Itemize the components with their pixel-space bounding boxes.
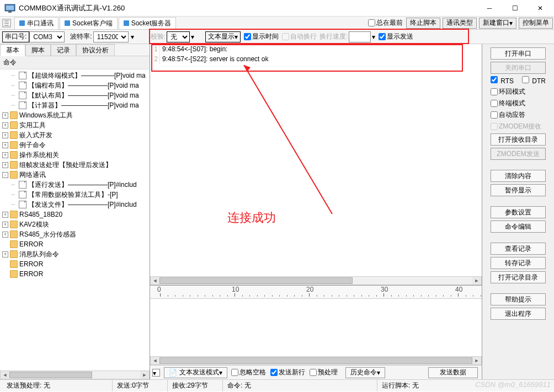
close-button[interactable]: ✕ xyxy=(528,0,553,16)
folder-icon xyxy=(10,131,18,139)
tree-item[interactable]: -网络通讯 xyxy=(1,170,148,180)
file-icon xyxy=(19,101,26,109)
left-tab-script[interactable]: 脚本 xyxy=(25,44,51,56)
left-tab-proto[interactable]: 协议分析 xyxy=(76,44,115,56)
config-row: 串口号: COM3 波特率: 115200 ▾ 校验: 无 ▾ 文本显示 ▾ 显… xyxy=(0,30,554,44)
close-port-button: 关闭串口 xyxy=(491,62,546,74)
log-area[interactable]: 12 9:48:54<-[S07]: begin: 9:48:57<-[S22]… xyxy=(150,44,482,286)
preprocess-checkbox[interactable]: 预处理 xyxy=(310,368,338,377)
tab-socket-client[interactable]: Socket客户端 xyxy=(60,17,118,29)
exit-button[interactable]: 退出程序 xyxy=(491,308,546,320)
tree-item[interactable]: +嵌入式开发 xyxy=(1,130,148,140)
comm-type-button[interactable]: 通讯类型 xyxy=(443,18,477,29)
bottom-bar: ▾ 📄文本发送模式 ▾ 忽略空格 发送新行 预处理 历史命令 ▾ 发送数据 xyxy=(150,365,482,379)
tree-item[interactable]: +Windows系统工具 xyxy=(1,110,148,120)
status-bar: 发送预处理: 无 发送:0字节 接收:29字节 命令: 无 运行脚本: 无 xyxy=(0,379,554,391)
ignore-space-checkbox[interactable]: 忽略空格 xyxy=(231,368,266,377)
left-hscroll[interactable]: ◄ ► xyxy=(0,370,150,379)
tree-item-label: ERROR xyxy=(19,270,43,278)
open-recv-dir-button[interactable]: 打开接收目录 xyxy=(491,133,546,146)
maximize-button[interactable]: ☐ xyxy=(502,0,528,16)
auto-reply-checkbox[interactable]: 自动应答 xyxy=(491,110,546,120)
left-header: 命令 xyxy=(0,56,150,69)
open-port-button[interactable]: 打开串口 xyxy=(491,47,546,60)
titlebar: COMMBOX通讯调试工具-V1.260 ─ ☐ ✕ xyxy=(0,0,554,17)
left-tab-basic[interactable]: 基本 xyxy=(0,44,25,56)
cmd-edit-button[interactable]: 命令编辑 xyxy=(491,221,546,233)
control-menu-button[interactable]: 控制菜单 xyxy=(519,18,553,29)
tree-item[interactable]: ERROR xyxy=(1,239,148,249)
tree-item[interactable]: +实用工具 xyxy=(1,120,148,130)
tree-item[interactable]: +RS485_水分传感器 xyxy=(1,229,148,239)
tree-item-label: RS485_18B20 xyxy=(19,211,62,218)
tree-item[interactable]: ┈【发送文件】——————[P]#includ xyxy=(1,200,148,210)
tab-socket-server[interactable]: Socket服务器 xyxy=(119,17,177,29)
minimize-button[interactable]: ─ xyxy=(477,0,502,16)
dtr-checkbox[interactable]: DTR xyxy=(522,76,546,85)
tree-item[interactable]: ┈【默认布局】——————[P]void ma xyxy=(1,90,148,100)
tree-item[interactable]: +例子命令 xyxy=(1,140,148,150)
tree-item-label: 操作系统相关 xyxy=(19,151,59,160)
text-send-mode-button[interactable]: 📄文本发送模式 ▾ xyxy=(164,367,227,378)
tree-item[interactable]: ┈【编程布局】——————[P]void ma xyxy=(1,80,148,90)
status-preprocess: 发送预处理: 无 xyxy=(2,380,113,391)
param-setting-button[interactable]: 参数设置 xyxy=(491,206,546,218)
view-record-button[interactable]: 查看记录 xyxy=(491,243,546,255)
port-select[interactable]: COM3 xyxy=(29,31,65,42)
new-window-button[interactable]: 新建窗口 ▾ xyxy=(479,18,516,29)
annotation-text: 连接成功 xyxy=(227,210,276,226)
help-button[interactable]: 帮助提示 xyxy=(491,293,546,305)
tree-item-label: 【超级终端模式】—————[P]void ma xyxy=(28,71,146,80)
tree-item[interactable]: +操作系统相关 xyxy=(1,150,148,160)
command-tree[interactable]: ┈【超级终端模式】—————[P]void ma┈【编程布局】——————[P]… xyxy=(0,69,150,370)
svg-line-4 xyxy=(244,65,332,214)
tab-serial[interactable]: 串口通讯 xyxy=(14,17,58,29)
dropdown-icon[interactable]: ▾ xyxy=(152,369,160,377)
tree-item[interactable]: +消息队列命令 xyxy=(1,249,148,259)
file-icon xyxy=(19,72,26,79)
send-newline-checkbox[interactable]: 发送新行 xyxy=(270,368,305,377)
tree-item[interactable]: +RS485_18B20 xyxy=(1,210,148,219)
clear-button[interactable]: 清除内容 xyxy=(491,170,546,182)
tree-item-label: 【常用数据校验算法工具】-[P] xyxy=(28,190,118,200)
tree-item-label: 例子命令 xyxy=(19,141,46,150)
terminal-mode-checkbox[interactable]: 终端模式 xyxy=(491,99,546,108)
tree-item[interactable]: ERROR xyxy=(1,259,148,269)
tree-item[interactable]: ┈【常用数据校验算法工具】-[P] xyxy=(1,190,148,200)
end-script-button[interactable]: 终止脚本 xyxy=(406,18,440,29)
left-tab-record[interactable]: 记录 xyxy=(51,44,76,56)
loop-mode-checkbox[interactable]: 环回模式 xyxy=(491,87,546,96)
tree-item[interactable]: ┈【计算器】———————[P]void ma xyxy=(1,100,148,110)
send-textarea[interactable] xyxy=(150,299,482,365)
tree-item-label: 【逐行发送】——————[P]#includ xyxy=(28,180,137,190)
send-hscroll[interactable]: ◄ ► xyxy=(150,356,482,365)
baud-select[interactable]: 115200 xyxy=(93,31,129,42)
log-hscroll[interactable]: ◄ ► xyxy=(150,276,482,285)
toolbar-icon[interactable] xyxy=(2,19,11,28)
svg-marker-5 xyxy=(244,65,251,72)
center-panel: 12 9:48:54<-[S07]: begin: 9:48:57<-[S22]… xyxy=(150,44,482,379)
folder-icon xyxy=(10,111,18,119)
app-icon xyxy=(4,3,15,14)
tree-item-label: ERROR xyxy=(19,260,43,268)
tree-item[interactable]: +KAV2模块 xyxy=(1,219,148,229)
status-cmd: 命令: 无 xyxy=(223,380,377,391)
tree-item[interactable]: +组帧发送处理【预处理后发送】 xyxy=(1,160,148,170)
always-on-top-checkbox[interactable]: 总在最前 xyxy=(368,18,403,28)
tree-item[interactable]: ERROR xyxy=(1,269,148,279)
pause-display-button[interactable]: 暂停显示 xyxy=(491,184,546,196)
send-data-button[interactable]: 发送数据 xyxy=(428,367,478,378)
history-button[interactable]: 历史命令 ▾ xyxy=(345,367,385,378)
svg-rect-2 xyxy=(8,11,12,13)
rts-checkbox[interactable]: RTS xyxy=(491,76,514,85)
folder-icon xyxy=(10,250,18,258)
folder-icon xyxy=(10,211,18,218)
annotation-arrow xyxy=(238,60,338,219)
annotation-red-box-top xyxy=(149,29,469,44)
save-record-button[interactable]: 转存记录 xyxy=(491,257,546,269)
open-record-dir-button[interactable]: 打开记录目录 xyxy=(491,271,546,283)
file-icon xyxy=(19,92,26,99)
tree-item[interactable]: ┈【逐行发送】——————[P]#includ xyxy=(1,180,148,190)
tree-item[interactable]: ┈【超级终端模式】—————[P]void ma xyxy=(1,71,148,80)
tree-item-label: 【默认布局】——————[P]void ma xyxy=(28,91,139,100)
